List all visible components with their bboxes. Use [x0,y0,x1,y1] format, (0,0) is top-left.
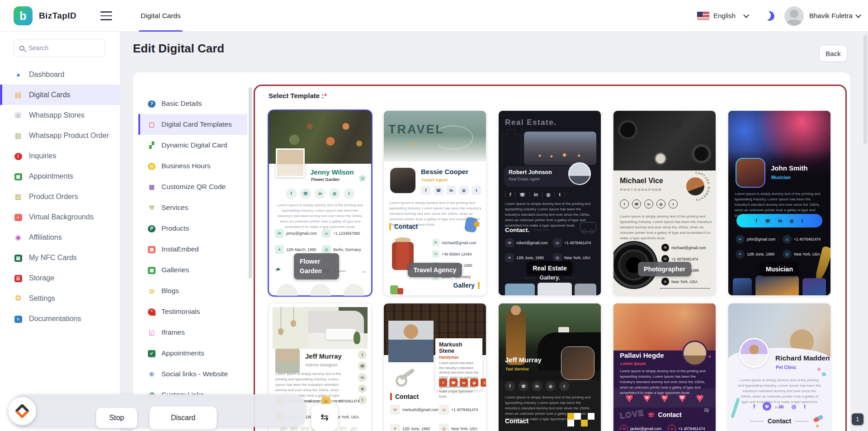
facebook-icon: f [753,403,755,410]
template-card-flower-garden[interactable]: Jenny Wilson Flower Garden ❀ f☏in◎t Lore… [269,110,372,296]
subnav-iframes[interactable]: ◱Iframes [138,322,247,343]
phone-icon: ☏ [647,412,655,418]
chevron-down-icon[interactable] [855,12,861,18]
wrench-illustration [400,368,415,380]
language-selector[interactable]: English [713,12,736,19]
gallery-thumb [344,284,364,296]
facebook-icon: f [505,191,515,198]
hamburger-menu-icon[interactable] [100,11,112,20]
template-card-taxi-service[interactable]: Jeff Murray Taxi Service f☏in◎t Lorem Ip… [498,303,601,431]
instagram-icon: ◎ [358,384,367,393]
sidebar-item-settings[interactable]: ⚙Settings [0,288,120,308]
linkedin-icon: in [315,188,326,199]
page-scrollbar[interactable] [863,35,867,144]
counter-badge[interactable]: 1 [852,413,863,425]
phone-icon: ☏ [439,405,449,415]
template-name-tooltip: Musician [760,262,799,276]
mail-icon: ✉ [390,405,400,415]
subnav-appointments[interactable]: ✓Appointments [138,343,247,364]
subnav-instaembed[interactable]: ▤InstaEmbed [138,239,247,260]
dark-mode-moon-icon[interactable] [764,10,776,22]
sidebar-item-virtual-backgrounds[interactable]: ▪Virtual Backgrounds [0,207,120,227]
chevron-down-icon[interactable] [743,12,749,18]
template-card-handyman[interactable]: Markush Stene Handyman Lorem Ipsum has b… [383,303,486,431]
clock-icon: ◷ [147,162,156,170]
subnav-services[interactable]: ⚒Services [138,197,247,218]
card-profession: Travel Agent [421,178,448,182]
main-content: Edit Digital Card Back ?Basic Details ▢D… [120,32,868,431]
lamp-illustration [281,307,281,329]
template-card-pet-clinic[interactable]: Richard Madden Pet Clinic Lorem Ipsum is… [728,303,831,431]
linkedin-icon: in [532,381,542,391]
sidebar-item-whatsapp-stores[interactable]: ☏Whatsapp Stores [0,105,120,125]
linkedin-icon: in [530,191,542,198]
card-person-name: Bessie Cooper [421,168,468,175]
cash-icon: ▥ [14,193,23,201]
template-grid: Jenny Wilson Flower Garden ❀ f☏in◎t Lore… [269,110,832,431]
stop-button[interactable]: Stop [96,407,137,428]
subnav-customize-qr-code[interactable]: ▦Customize QR Code [138,176,247,197]
sidebar-item-whatsapp-product-order[interactable]: ▥Whatsapp Product Order [0,125,120,146]
house-photo [524,132,596,165]
facebook-icon: f [623,392,636,404]
subnav-blogs[interactable]: ◍Blogs [138,280,247,301]
sidebar-item-documentations[interactable]: ≡Documentations [0,308,120,329]
profile-photo [736,158,765,188]
subnav-galleries[interactable]: ▨Galleries [138,260,247,280]
subnav-social-links-website[interactable]: ⊕Social links - Website [138,364,247,384]
template-card-real-estate[interactable]: Real Estate. Robert Johnson Real Estate … [498,110,601,296]
clipboard-icon: ▤ [147,245,156,253]
car-doodle-icon [580,222,596,232]
heart-icon: ♥ [676,345,679,352]
card-person-name: Jenny Wilson [310,168,354,176]
sidebar-item-affiliations[interactable]: ◉Affiliations [0,227,120,247]
confetti-dot [816,425,819,427]
mail-icon: ✉ [661,244,669,251]
contact-heading: Contact [389,223,418,230]
sidebar-item-dashboard[interactable]: ◕Dashboard [0,64,120,85]
template-card-travel-agency[interactable]: TRAVEL ✈ Bessie Cooper Travel Agent f☏in… [383,110,486,296]
coins-icon: ◉ [14,233,23,242]
gallery-thumb [277,284,297,296]
search-input[interactable] [28,44,92,52]
dotted-flight-path [433,125,473,150]
sidebar-item-product-orders[interactable]: ▥Product Orders [0,186,120,207]
subnav-dynamic-digital-card[interactable]: ▞Dynamic Digital Card [138,135,247,156]
sidebar-item-appointments[interactable]: ▦Appointments [0,166,120,186]
sidebar-item-storage[interactable]: ☰Storage [0,268,120,288]
subnav-testimonials[interactable]: “Testimonials [138,301,247,322]
discard-button[interactable]: Discard [149,406,217,430]
profile-photo [739,338,769,368]
subnav-business-hours[interactable]: ◷Business Hours [138,156,247,176]
card-profession: Taxi Service [505,367,529,371]
flower-doodle-icon: ❀ [359,173,366,184]
instagram-icon: ◎ [656,199,665,208]
instagram-icon: ◎ [546,381,556,391]
back-button[interactable]: Back [819,45,847,62]
template-card-photographer[interactable]: Michael Vice PHOTOGRAPHER C A P T U R E … [613,110,716,296]
required-asterisk: * [324,92,327,99]
sidebar-item-my-nfc-cards[interactable]: ▤My NFC Cards [0,247,120,268]
template-card-wedding[interactable]: Pallavi Hegde Lorem Ipsum ♥ ♥ Lorem Ipsu… [613,303,716,431]
recorder-logo[interactable] [8,397,36,425]
sidebar-search[interactable] [14,39,105,57]
linkedin-icon: in [358,373,367,382]
select-template-section: Select Template :* Jenny Wilson Flower G… [254,85,847,431]
subnav-digital-card-templates[interactable]: ▢Digital Card Templates [138,114,247,135]
subnav-scrollbar[interactable] [249,87,252,279]
contact-info: ✉john@gmail.com ☏+1 4078461474 ✶12th Jun… [736,235,825,259]
user-avatar[interactable] [784,6,804,26]
sidebar-item-digital-cards[interactable]: ▤Digital Cards [0,85,120,105]
storage-icon: ☰ [14,274,23,282]
user-name[interactable]: Bhavik Fuletra [809,12,853,19]
subnav-basic-details[interactable]: ?Basic Details [138,93,247,114]
card-description: Lorem Ipsum is simply dummy text of the … [620,214,712,241]
subnav-products[interactable]: PProducts [138,218,247,239]
tab-digital-cards[interactable]: Digital Cards [139,0,183,32]
sidebar-item-inquiries[interactable]: iInquiries [0,146,120,166]
swap-arrows-button[interactable]: ⇆ [311,404,338,431]
select-template-label: Select Template :* [269,92,832,99]
template-card-musician[interactable]: John Smith Musician Lorem Ipsum is simpl… [728,110,831,296]
confetti-dot [822,372,826,376]
recorder-logo-icon [14,403,30,419]
